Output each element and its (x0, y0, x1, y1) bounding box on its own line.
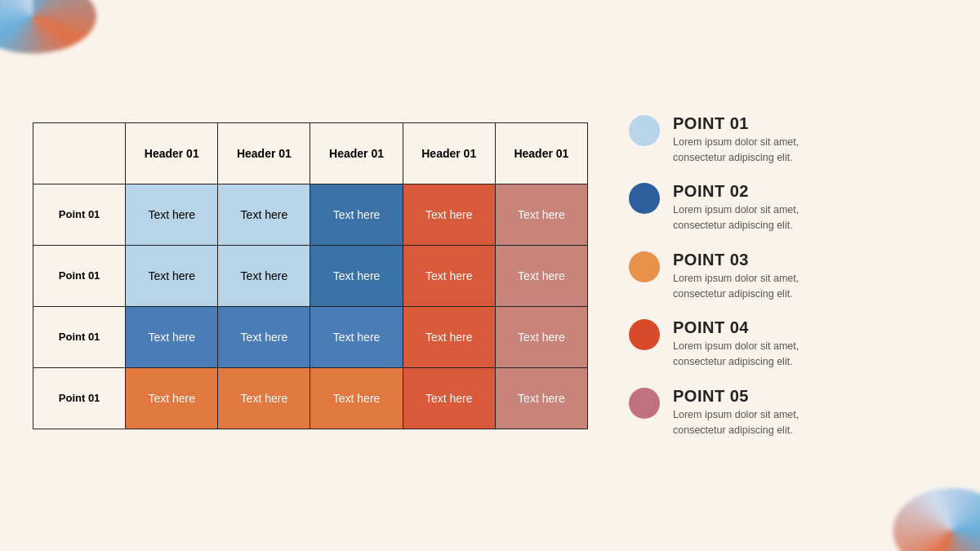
table-cell: Text here (126, 245, 218, 306)
legend-item-5: POINT 05 Lorem ipsum dolor sit amet,cons… (629, 386, 947, 438)
data-table: Header 01 Header 01 Header 01 Header 01 … (33, 122, 588, 429)
table-section: Header 01 Header 01 Header 01 Header 01 … (33, 122, 588, 429)
table-cell: Text here (495, 184, 587, 245)
legend-title-4: POINT 04 (673, 318, 799, 337)
table-cell: Text here (310, 306, 403, 367)
legend-text-2: POINT 02 Lorem ipsum dolor sit amet,cons… (673, 181, 799, 233)
legend-title-2: POINT 02 (673, 181, 799, 201)
table-cell: Text here (218, 367, 310, 429)
row-label: Point 01 (33, 184, 126, 245)
table-cell: Text here (495, 245, 587, 306)
legend-title-1: POINT 01 (673, 113, 799, 133)
legend-section: POINT 01 Lorem ipsum dolor sit amet,cons… (629, 113, 947, 438)
table-cell: Text here (403, 306, 495, 367)
table-cell: Text here (126, 367, 218, 429)
legend-title-3: POINT 03 (673, 250, 799, 269)
table-cell: Text here (403, 367, 495, 429)
legend-text-3: POINT 03 Lorem ipsum dolor sit amet,cons… (673, 250, 799, 302)
legend-item-4: POINT 04 Lorem ipsum dolor sit amet,cons… (629, 318, 947, 370)
row-label: Point 01 (33, 245, 126, 306)
legend-dot-4 (629, 319, 660, 350)
legend-dot-1 (629, 115, 660, 146)
table-header-col2: Header 01 (218, 122, 310, 184)
legend-desc-2: Lorem ipsum dolor sit amet,consectetur a… (673, 202, 799, 233)
row-label: Point 01 (33, 306, 126, 367)
table-header-row: Header 01 Header 01 Header 01 Header 01 … (33, 122, 588, 184)
table-cell: Text here (218, 184, 310, 245)
table-row: Point 01 Text here Text here Text here T… (33, 184, 588, 245)
legend-title-5: POINT 05 (673, 386, 799, 406)
legend-item-2: POINT 02 Lorem ipsum dolor sit amet,cons… (629, 181, 947, 233)
table-cell: Text here (126, 306, 218, 367)
table-header-col1: Header 01 (126, 122, 218, 184)
legend-desc-5: Lorem ipsum dolor sit amet,consectetur a… (673, 407, 799, 438)
table-row: Point 01 Text here Text here Text here T… (33, 245, 588, 306)
table-cell: Text here (310, 245, 403, 306)
table-header-col3: Header 01 (310, 122, 403, 184)
legend-desc-1: Lorem ipsum dolor sit amet,consectetur a… (673, 135, 799, 166)
table-cell: Text here (310, 184, 403, 245)
legend-text-1: POINT 01 Lorem ipsum dolor sit amet,cons… (673, 113, 799, 166)
legend-desc-3: Lorem ipsum dolor sit amet,consectetur a… (673, 271, 799, 302)
legend-item-3: POINT 03 Lorem ipsum dolor sit amet,cons… (629, 250, 947, 302)
table-row: Point 01 Text here Text here Text here T… (33, 367, 588, 429)
legend-dot-2 (629, 183, 660, 214)
table-cell: Text here (495, 306, 587, 367)
legend-desc-4: Lorem ipsum dolor sit amet,consectetur a… (673, 339, 799, 370)
table-cell: Text here (218, 306, 310, 367)
main-container: Header 01 Header 01 Header 01 Header 01 … (0, 0, 980, 551)
table-row: Point 01 Text here Text here Text here T… (33, 306, 588, 367)
legend-text-4: POINT 04 Lorem ipsum dolor sit amet,cons… (673, 318, 799, 370)
legend-dot-5 (629, 388, 660, 419)
table-cell: Text here (495, 367, 587, 429)
row-label: Point 01 (33, 367, 126, 429)
legend-item-1: POINT 01 Lorem ipsum dolor sit amet,cons… (629, 113, 947, 166)
table-header-col4: Header 01 (403, 122, 495, 184)
table-cell: Text here (218, 245, 310, 306)
table-cell: Text here (403, 184, 495, 245)
legend-dot-3 (629, 251, 660, 282)
table-cell: Text here (310, 367, 403, 429)
table-cell: Text here (403, 245, 495, 306)
table-cell: Text here (126, 184, 218, 245)
table-corner-cell (33, 122, 126, 184)
legend-text-5: POINT 05 Lorem ipsum dolor sit amet,cons… (673, 386, 799, 438)
table-header-col5: Header 01 (495, 122, 587, 184)
